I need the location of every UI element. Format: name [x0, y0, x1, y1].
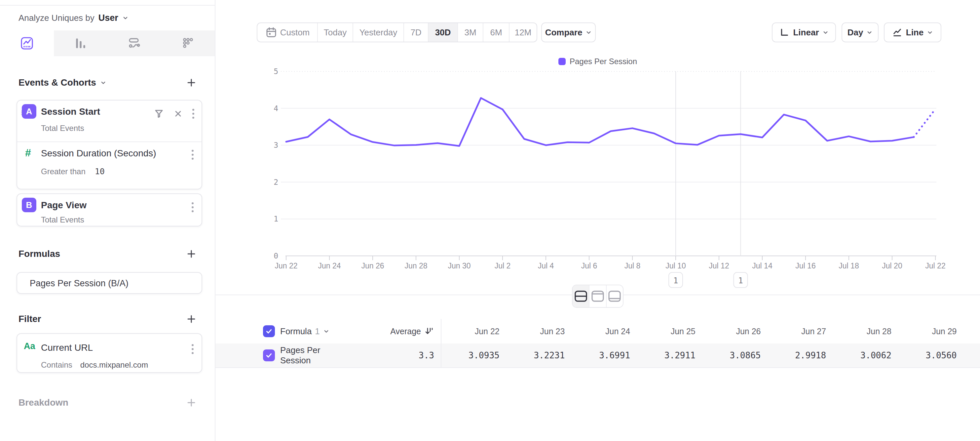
analyze-uniques-label: Analyze Uniques by [19, 13, 94, 23]
svg-text:0: 0 [274, 252, 278, 260]
chart-type-selector-button[interactable]: Line [884, 22, 941, 42]
range-3m[interactable]: 3M [458, 23, 484, 41]
formula-group-selector[interactable]: Formula 1 [280, 326, 329, 336]
property-value[interactable]: 10 [95, 167, 105, 176]
date-column-header[interactable]: Jun 28 [833, 319, 898, 344]
property-operator[interactable]: Greater than [41, 167, 86, 176]
range-6m[interactable]: 6M [484, 23, 509, 41]
layout-split-button[interactable] [573, 285, 589, 307]
svg-text:Jul 10: Jul 10 [665, 261, 686, 270]
layout-toggle [572, 285, 624, 308]
event-title[interactable]: Page View [41, 200, 87, 210]
event-card-page-view[interactable]: B Page View Total Events [16, 193, 202, 226]
date-column-header[interactable]: Jun 23 [506, 319, 572, 344]
svg-text:Jun 30: Jun 30 [448, 261, 471, 270]
tab-bar-chart[interactable] [54, 30, 108, 56]
svg-text:Jul 6: Jul 6 [581, 261, 597, 270]
svg-text:4: 4 [274, 104, 278, 113]
kebab-menu-icon [191, 149, 194, 161]
date-column-header[interactable]: Jun 27 [767, 319, 833, 344]
add-formula-button[interactable] [186, 248, 197, 260]
plus-icon [186, 397, 197, 408]
cell-value: 3.0062 [833, 344, 898, 367]
event-metric[interactable]: Total Events [41, 124, 84, 133]
tab-flows[interactable] [107, 30, 161, 56]
event-metric[interactable]: Total Events [41, 215, 84, 224]
event-letter-badge: A [22, 104, 37, 119]
chart-only-view-icon [590, 290, 605, 303]
date-column-header[interactable]: Jun 29 [898, 319, 964, 344]
date-column-header[interactable]: Jun 25 [637, 319, 702, 344]
svg-text:Jul 8: Jul 8 [624, 261, 641, 270]
formula-group-label: Formula [280, 326, 312, 336]
property-title[interactable]: Session Duration (Seconds) [41, 148, 156, 159]
svg-text:Jul 20: Jul 20 [882, 261, 902, 270]
line-chart[interactable]: 01234511Jun 22Jun 24Jun 26Jun 28Jun 30Ju… [261, 66, 955, 294]
table-row-pages-per-session[interactable]: Pages Per Session 3.3 3.09353.22313.6991… [215, 344, 980, 368]
range-30d[interactable]: 30D [428, 23, 458, 41]
event-letter-badge: B [22, 198, 37, 212]
row-checkbox[interactable] [263, 349, 275, 361]
flows-icon [126, 35, 142, 51]
svg-text:Jul 14: Jul 14 [752, 261, 773, 270]
average-column-header[interactable]: Average [390, 326, 421, 336]
events-cohorts-title: Events & Cohorts [19, 77, 96, 88]
scale-selector-button[interactable]: Linear [772, 22, 836, 42]
range-custom[interactable]: Custom [258, 23, 318, 41]
svg-text:Jun 26: Jun 26 [361, 261, 384, 270]
svg-text:1: 1 [673, 276, 678, 285]
numeric-property-icon: # [25, 147, 31, 159]
string-property-icon: Aa [24, 341, 35, 352]
interval-selector-button[interactable]: Day [842, 22, 878, 42]
filter-card-current-url[interactable]: Aa Current URL Contains docs.mixpanel.co… [16, 333, 202, 373]
select-all-checkbox[interactable] [263, 325, 275, 337]
filter-options-button[interactable] [191, 343, 194, 356]
check-icon [265, 327, 273, 335]
layout-table-only-button[interactable] [607, 285, 623, 307]
add-event-button[interactable] [186, 77, 197, 88]
range-7d[interactable]: 7D [404, 23, 428, 41]
date-column-header[interactable]: Jun 24 [571, 319, 637, 344]
svg-text:Jun 24: Jun 24 [318, 261, 340, 270]
formula-label[interactable]: Pages Per Session (B/A) [30, 279, 129, 288]
event-options-button[interactable] [191, 201, 194, 214]
cell-value: 3.2911 [637, 344, 702, 367]
date-column-header[interactable]: Jun 22 [441, 319, 506, 344]
add-breakdown-button[interactable] [186, 397, 197, 408]
event-options-button[interactable] [192, 108, 195, 120]
analyze-entity-selector[interactable]: User [99, 13, 118, 23]
legend-series-label[interactable]: Pages Per Session [570, 57, 637, 66]
kebab-menu-icon [192, 108, 195, 120]
layout-chart-only-button[interactable] [589, 285, 606, 307]
property-options-button[interactable] [191, 149, 194, 162]
tab-retention[interactable] [161, 30, 215, 56]
cell-value: 3.0865 [702, 344, 768, 367]
formula-card[interactable]: Pages Per Session (B/A) [16, 272, 202, 294]
chevron-down-icon [927, 29, 933, 36]
compare-button[interactable]: Compare [541, 22, 596, 42]
tab-insights[interactable] [0, 30, 54, 56]
event-title[interactable]: Session Start [41, 107, 100, 117]
divider [17, 142, 202, 142]
breakdown-section-header: Breakdown [19, 396, 197, 409]
date-column-header[interactable]: Jun 26 [702, 319, 768, 344]
sort-descending-icon[interactable] [424, 326, 434, 336]
mixpanel-insights-report: Analyze Uniques by User Events & Cohorts [0, 0, 980, 441]
compare-label: Compare [545, 27, 582, 38]
filter-operator[interactable]: Contains [41, 360, 72, 369]
filter-property-title[interactable]: Current URL [41, 342, 93, 353]
add-filter-button[interactable] [186, 314, 197, 325]
svg-text:1: 1 [274, 215, 278, 223]
event-card-session-start[interactable]: A Session Start Total Events # Session D… [16, 100, 202, 189]
filter-value[interactable]: docs.mixpanel.com [80, 360, 148, 369]
svg-text:Jul 16: Jul 16 [795, 261, 815, 270]
range-yesterday[interactable]: Yesterday [353, 23, 404, 41]
svg-text:Jul 22: Jul 22 [925, 261, 945, 270]
remove-event-button[interactable] [173, 109, 183, 119]
chevron-down-icon[interactable] [100, 80, 107, 86]
chevron-down-icon [822, 29, 829, 36]
report-main-area: CustomTodayYesterday7D30D3M6M12M Compare… [215, 0, 980, 441]
range-12m[interactable]: 12M [509, 23, 536, 41]
filter-event-button[interactable] [153, 108, 165, 119]
range-today[interactable]: Today [318, 23, 353, 41]
